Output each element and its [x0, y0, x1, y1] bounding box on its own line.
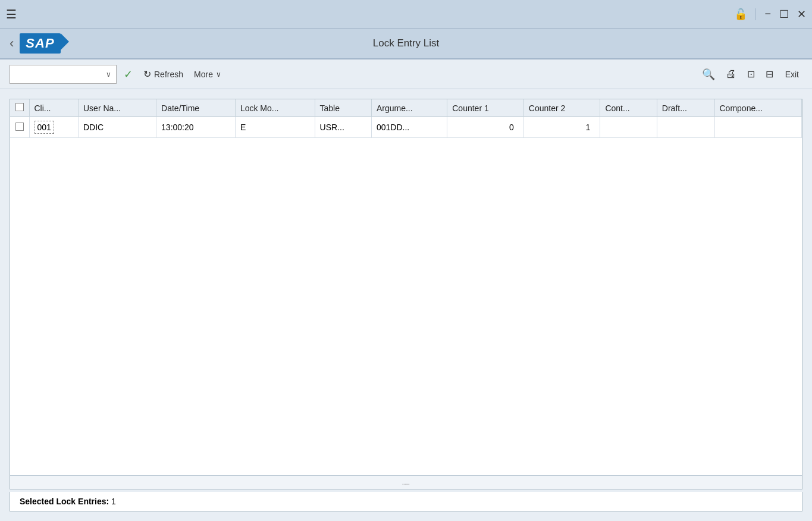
more-label: More — [194, 70, 213, 79]
cell-table: USR... — [315, 117, 371, 138]
cell-cont — [600, 117, 657, 138]
col-username: User Na... — [79, 99, 156, 117]
col-client: Cli... — [29, 99, 79, 117]
refresh-icon: ↻ — [143, 68, 151, 80]
chevron-down-icon: ∨ — [106, 70, 111, 79]
minimize-button[interactable]: − — [764, 8, 771, 20]
col-component: Compone... — [714, 99, 802, 117]
search-button[interactable]: 🔍 — [700, 65, 717, 83]
maximize-button[interactable]: ☐ — [779, 8, 789, 21]
main-content: Cli... User Na... Date/Time Lock Mo... T… — [0, 89, 812, 521]
cell-lockmode: E — [235, 117, 315, 138]
client-value: 001 — [35, 121, 54, 134]
cell-counter1: 0 — [447, 117, 524, 138]
cell-component — [714, 117, 802, 138]
exit-button[interactable]: Exit — [782, 67, 802, 81]
hamburger-menu[interactable]: ☰ — [6, 7, 17, 21]
title-bar: ☰ 🔓 − ☐ ✕ — [0, 0, 812, 29]
back-button[interactable]: ‹ — [10, 36, 14, 51]
sap-header: ‹ SAP Lock Entry List — [0, 29, 812, 59]
col-table: Table — [315, 99, 371, 117]
sap-logo-text: SAP — [26, 36, 54, 51]
col-counter2: Counter 2 — [523, 99, 600, 117]
expand-button[interactable]: ⊡ — [745, 66, 757, 82]
filter-select[interactable]: ∨ — [10, 65, 117, 84]
sap-logo-triangle — [61, 33, 69, 50]
cell-argument: 001DD... — [371, 117, 447, 138]
confirm-button[interactable]: ✓ — [120, 65, 136, 83]
cell-counter2: 1 — [523, 117, 600, 138]
page-title: Lock Entry List — [373, 37, 440, 49]
cell-client: 001 — [29, 117, 79, 138]
table-header-row: Cli... User Na... Date/Time Lock Mo... T… — [10, 99, 802, 117]
cell-draft — [657, 117, 714, 138]
col-draft: Draft... — [657, 99, 714, 117]
select-all-checkbox[interactable] — [15, 103, 24, 111]
print-button[interactable]: 🖨 — [723, 65, 739, 83]
toolbar-right: 🔍 🖨 ⊡ ⊟ Exit — [700, 65, 802, 83]
close-button[interactable]: ✕ — [797, 8, 806, 21]
col-cont: Cont... — [600, 99, 657, 117]
cell-datetime: 13:00:20 — [156, 117, 236, 138]
toolbar: ∨ ✓ ↻ Refresh More ∨ 🔍 🖨 ⊡ ⊟ Exit — [0, 59, 812, 89]
table-empty-area — [10, 138, 802, 475]
more-button[interactable]: More ∨ — [190, 67, 225, 81]
status-label: Selected Lock Entries: — [20, 497, 109, 506]
window-sep — [755, 8, 756, 20]
table-row: 001 DDIC 13:00:20 E USR... 001DD... 0 1 — [10, 117, 802, 138]
refresh-label: Refresh — [154, 70, 183, 79]
col-datetime: Date/Time — [156, 99, 236, 117]
collapse-button[interactable]: ⊟ — [763, 66, 776, 82]
status-value: 1 — [111, 497, 116, 506]
header-checkbox-cell — [10, 99, 29, 117]
sap-logo: SAP — [20, 33, 60, 54]
status-bar: Selected Lock Entries: 1 — [10, 492, 802, 511]
title-bar-controls: 🔓 − ☐ ✕ — [734, 8, 806, 21]
table-container: Cli... User Na... Date/Time Lock Mo... T… — [10, 99, 802, 489]
cell-username: DDIC — [79, 117, 156, 138]
title-bar-left: ☰ — [6, 7, 17, 21]
lock-entries-table: Cli... User Na... Date/Time Lock Mo... T… — [10, 99, 802, 138]
row-checkbox[interactable] — [15, 123, 24, 131]
row-checkbox-cell — [10, 117, 29, 138]
col-lockmode: Lock Mo... — [235, 99, 315, 117]
lock-icon: 🔓 — [734, 8, 747, 21]
table-divider[interactable]: .... — [10, 475, 802, 489]
col-counter1: Counter 1 — [447, 99, 524, 117]
more-chevron-icon: ∨ — [216, 70, 221, 79]
refresh-button[interactable]: ↻ Refresh — [140, 66, 187, 82]
col-argument: Argume... — [371, 99, 447, 117]
